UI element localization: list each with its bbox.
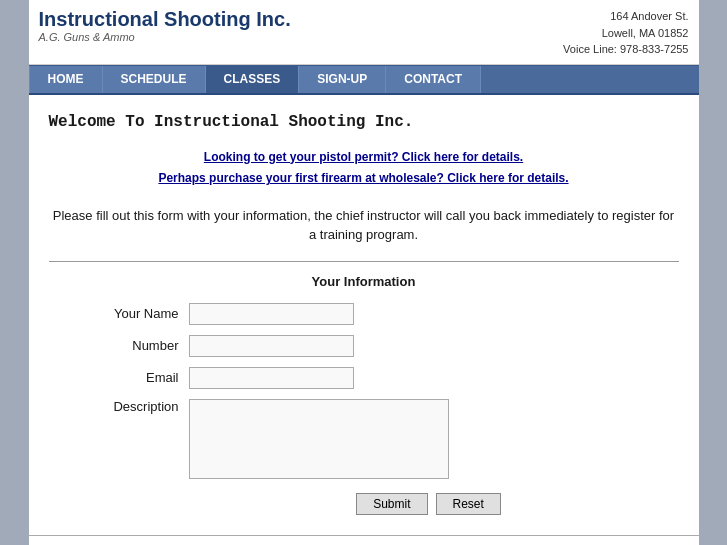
description-text: Please fill out this form with your info… <box>49 206 679 245</box>
nav: HOME SCHEDULE CLASSES SIGN-UP CONTACT <box>29 65 699 95</box>
firearm-wholesale-link[interactable]: Perhaps purchase your first firearm at w… <box>49 168 679 190</box>
nav-home[interactable]: HOME <box>29 66 103 93</box>
footer: NEW: Private Instruction Click Here For … <box>29 535 699 545</box>
description-textarea[interactable] <box>189 399 449 479</box>
contact-line2: Lowell, MA 01852 <box>563 25 688 42</box>
email-input[interactable] <box>189 367 354 389</box>
button-row: Submit Reset <box>59 493 669 515</box>
email-row: Email <box>59 367 669 389</box>
name-input[interactable] <box>189 303 354 325</box>
number-label: Number <box>59 338 189 353</box>
contact-info: 164 Andover St. Lowell, MA 01852 Voice L… <box>563 8 688 58</box>
form-section: Your Information Your Name Number Email … <box>49 274 679 515</box>
contact-form: Your Name Number Email Description Submi… <box>59 303 669 515</box>
logo-title: Instructional Shooting Inc. <box>39 8 291 31</box>
email-label: Email <box>59 370 189 385</box>
contact-line1: 164 Andover St. <box>563 8 688 25</box>
nav-schedule[interactable]: SCHEDULE <box>103 66 206 93</box>
main-content: Welcome To Instructional Shooting Inc. L… <box>29 95 699 535</box>
number-row: Number <box>59 335 669 357</box>
nav-signup[interactable]: SIGN-UP <box>299 66 386 93</box>
name-label: Your Name <box>59 306 189 321</box>
logo-subtitle: A.G. Guns & Ammo <box>39 31 291 43</box>
pistol-permit-link[interactable]: Looking to get your pistol permit? Click… <box>49 147 679 169</box>
reset-button[interactable]: Reset <box>436 493 501 515</box>
logo-area: Instructional Shooting Inc. A.G. Guns & … <box>39 8 291 43</box>
header: Instructional Shooting Inc. A.G. Guns & … <box>29 0 699 65</box>
divider <box>49 261 679 262</box>
number-input[interactable] <box>189 335 354 357</box>
links-section: Looking to get your pistol permit? Click… <box>49 147 679 190</box>
page-title: Welcome To Instructional Shooting Inc. <box>49 113 679 131</box>
nav-contact[interactable]: CONTACT <box>386 66 481 93</box>
submit-button[interactable]: Submit <box>356 493 427 515</box>
description-row: Description <box>59 399 669 479</box>
name-row: Your Name <box>59 303 669 325</box>
nav-classes[interactable]: CLASSES <box>206 66 300 93</box>
form-title: Your Information <box>59 274 669 289</box>
description-label: Description <box>59 399 189 414</box>
contact-line3: Voice Line: 978-833-7255 <box>563 41 688 58</box>
